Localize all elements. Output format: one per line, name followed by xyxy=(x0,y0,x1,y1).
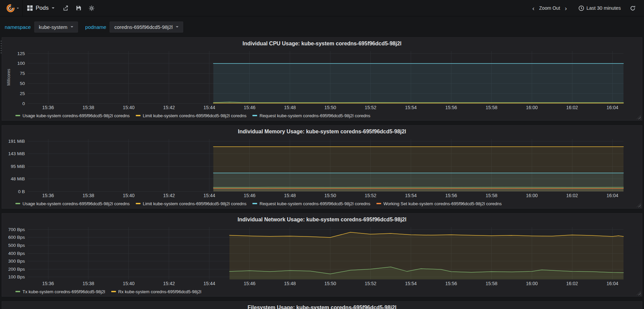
panel-title[interactable]: Individual Network Usage: kube-system co… xyxy=(5,216,639,225)
legend-item[interactable]: Rx kube-system coredns-695f96dcd5-98j2l xyxy=(111,289,201,294)
svg-text:16:02: 16:02 xyxy=(566,281,578,286)
navbar: Pods xyxy=(0,0,644,16)
share-button[interactable] xyxy=(59,0,72,16)
svg-text:15:38: 15:38 xyxy=(82,193,94,198)
svg-text:16:02: 16:02 xyxy=(566,105,578,110)
save-button[interactable] xyxy=(72,0,85,16)
dashboard-caret-icon xyxy=(52,7,54,9)
svg-text:16:04: 16:04 xyxy=(606,105,618,110)
svg-text:15:52: 15:52 xyxy=(365,105,376,110)
grafana-logo-menu[interactable] xyxy=(3,0,22,16)
cpu-usage-chart[interactable]: 15:3615:3815:4015:4215:4415:4615:4815:50… xyxy=(5,49,639,112)
svg-text:15:56: 15:56 xyxy=(445,105,457,110)
legend-swatch-icon xyxy=(136,115,140,116)
variable-podname-dropdown[interactable]: coredns-695f96dcd5-98j2l xyxy=(110,21,183,33)
grafana-logo-icon xyxy=(6,4,15,13)
svg-text:75: 75 xyxy=(20,71,25,76)
dashboard-picker[interactable]: Pods xyxy=(22,0,59,16)
svg-text:100: 100 xyxy=(17,61,25,66)
svg-text:25: 25 xyxy=(20,91,25,96)
svg-text:0: 0 xyxy=(22,101,25,106)
svg-text:15:38: 15:38 xyxy=(82,281,94,286)
network-usage-chart[interactable]: 15:3615:3815:4015:4215:4415:4615:4815:50… xyxy=(5,225,639,288)
legend-swatch-icon xyxy=(111,291,116,292)
legend-item[interactable]: Usage kube-system coredns-695f96dcd5-98j… xyxy=(15,113,130,118)
svg-text:15:44: 15:44 xyxy=(203,105,215,110)
legend-swatch-icon xyxy=(15,115,20,116)
svg-text:95 MiB: 95 MiB xyxy=(11,164,25,169)
variable-podname-value: coredns-695f96dcd5-98j2l xyxy=(114,24,172,30)
svg-text:15:44: 15:44 xyxy=(203,193,215,198)
panel-title[interactable]: Filesystem Usage: kube-system coredns-69… xyxy=(5,304,639,309)
memory-usage-chart[interactable]: 15:3615:3815:4015:4215:4415:4615:4815:50… xyxy=(5,137,639,200)
network-legend: Tx kube-system coredns-695f96dcd5-98j2lR… xyxy=(5,288,639,296)
time-range-picker[interactable]: Last 30 minutes xyxy=(574,0,625,16)
svg-text:15:42: 15:42 xyxy=(163,281,175,286)
refresh-icon xyxy=(630,5,636,11)
svg-text:15:58: 15:58 xyxy=(486,281,497,286)
save-icon xyxy=(76,5,81,11)
svg-text:400 Bps: 400 Bps xyxy=(8,251,25,256)
template-variables-bar: namespace kube-system podname coredns-69… xyxy=(0,16,644,37)
zoom-out-button[interactable]: Zoom Out xyxy=(538,5,561,11)
svg-text:15:46: 15:46 xyxy=(244,193,255,198)
svg-text:15:52: 15:52 xyxy=(365,193,376,198)
svg-text:15:44: 15:44 xyxy=(203,281,215,286)
refresh-button[interactable] xyxy=(626,0,639,16)
svg-text:16:04: 16:04 xyxy=(606,281,618,286)
svg-text:700 Bps: 700 Bps xyxy=(8,227,25,232)
navbar-right: ‹ Zoom Out › Last 30 minutes xyxy=(530,0,639,16)
variable-namespace: namespace kube-system xyxy=(5,21,78,33)
legend-item[interactable]: Limit kube-system coredns-695f96dcd5-98j… xyxy=(136,201,247,206)
variable-namespace-dropdown[interactable]: kube-system xyxy=(34,21,78,33)
svg-text:15:42: 15:42 xyxy=(163,105,175,110)
time-shift-back-button[interactable]: ‹ xyxy=(530,0,537,16)
svg-text:15:56: 15:56 xyxy=(445,281,457,286)
panel-memory: Individual Memory Usage: kube-system cor… xyxy=(2,125,642,209)
legend-swatch-icon xyxy=(252,115,257,116)
panel-title[interactable]: Individual CPU Usage: kube-system coredn… xyxy=(5,40,639,49)
settings-button[interactable] xyxy=(85,0,98,16)
variable-podname: podname coredns-695f96dcd5-98j2l xyxy=(85,21,183,33)
legend-item[interactable]: Request kube-system coredns-695f96dcd5-9… xyxy=(252,201,370,206)
legend-swatch-icon xyxy=(252,203,257,204)
panel-network: Individual Network Usage: kube-system co… xyxy=(2,213,642,297)
svg-text:200 Bps: 200 Bps xyxy=(8,267,25,272)
svg-text:15:56: 15:56 xyxy=(445,193,457,198)
svg-text:15:40: 15:40 xyxy=(123,281,134,286)
svg-text:16:04: 16:04 xyxy=(606,193,618,198)
legend-item[interactable]: Limit kube-system coredns-695f96dcd5-98j… xyxy=(136,113,247,118)
panel-title[interactable]: Individual Memory Usage: kube-system cor… xyxy=(5,128,639,137)
gear-icon xyxy=(89,5,94,11)
svg-text:15:36: 15:36 xyxy=(42,281,54,286)
panel-cpu: Individual CPU Usage: kube-system coredn… xyxy=(2,37,642,121)
svg-text:15:36: 15:36 xyxy=(42,193,54,198)
panel-filesystem: Filesystem Usage: kube-system coredns-69… xyxy=(2,301,642,309)
chevron-right-icon: › xyxy=(565,5,567,12)
svg-text:15:46: 15:46 xyxy=(244,105,255,110)
legend-item[interactable]: Request kube-system coredns-695f96dcd5-9… xyxy=(252,113,370,118)
svg-text:15:48: 15:48 xyxy=(284,193,296,198)
legend-item[interactable]: Working Set kube-system coredns-695f96dc… xyxy=(376,201,502,206)
svg-text:15:58: 15:58 xyxy=(486,193,497,198)
dashboards-grid-icon xyxy=(27,5,33,11)
time-shift-forward-button[interactable]: › xyxy=(562,0,569,16)
chart-svg: 15:3615:3815:4015:4215:4415:4615:4815:50… xyxy=(5,137,639,200)
legend-swatch-icon xyxy=(15,291,20,292)
svg-text:16:02: 16:02 xyxy=(566,193,578,198)
navbar-left: Pods xyxy=(3,0,98,16)
svg-text:50: 50 xyxy=(20,81,25,86)
legend-item[interactable]: Tx kube-system coredns-695f96dcd5-98j2l xyxy=(15,289,105,294)
svg-text:15:42: 15:42 xyxy=(163,193,175,198)
svg-text:15:54: 15:54 xyxy=(405,281,417,286)
legend-swatch-icon xyxy=(136,203,140,204)
legend-item[interactable]: Usage kube-system coredns-695f96dcd5-98j… xyxy=(15,201,130,206)
svg-text:15:40: 15:40 xyxy=(123,193,134,198)
svg-text:16:00: 16:00 xyxy=(526,193,538,198)
chevron-down-icon xyxy=(71,26,73,28)
svg-text:15:50: 15:50 xyxy=(324,281,336,286)
svg-text:15:52: 15:52 xyxy=(365,281,376,286)
svg-text:16:00: 16:00 xyxy=(526,105,538,110)
dashboard-body: Individual CPU Usage: kube-system coredn… xyxy=(0,37,644,309)
svg-text:300 Bps: 300 Bps xyxy=(8,259,25,264)
